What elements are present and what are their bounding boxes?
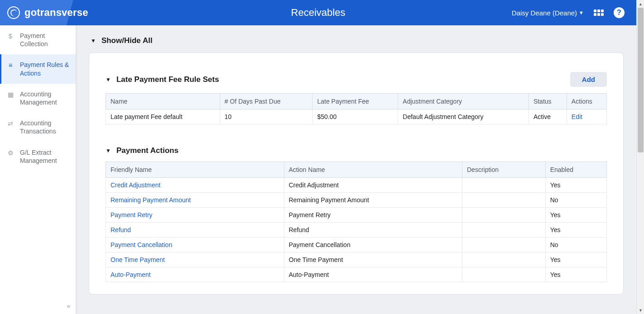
col-days[interactable]: # Of Days Past Due [220, 94, 312, 109]
col-fee[interactable]: Late Payment Fee [312, 94, 398, 109]
scroll-up-button[interactable]: ▲ [637, 0, 644, 8]
table-row: Remaining Payment AmountRemaining Paymen… [106, 193, 607, 208]
main-content: ▼ Show/Hide All ▼ Late Payment Fee Rule … [76, 25, 636, 314]
section-late-payment-fee: ▼ Late Payment Fee Rule Sets Add Name # … [106, 72, 607, 124]
sidebar-item-payment-collection[interactable]: $ Payment Collection [0, 25, 76, 54]
friendly-name-link[interactable]: Refund [111, 226, 131, 233]
table-row: One Time PaymentOne Time PaymentYes [106, 252, 607, 267]
user-menu[interactable]: Daisy Deane (Deane) ▼ [512, 9, 584, 17]
friendly-name-link[interactable]: One Time Payment [111, 256, 165, 263]
cell-description [462, 208, 546, 223]
rules-icon: ≡ [6, 61, 14, 69]
chevron-down-icon: ▼ [106, 76, 111, 83]
sidebar-item-gl-extract-management[interactable]: ⚙ G/L Extract Management [0, 142, 76, 171]
payment-actions-table: Friendly Name Action Name Description En… [106, 162, 607, 282]
cell-enabled: Yes [545, 267, 606, 282]
cell-action-name: One Time Payment [284, 252, 462, 267]
friendly-name-link[interactable]: Auto-Payment [111, 271, 151, 278]
cell-category: Default Adjustment Category [398, 109, 529, 124]
col-description[interactable]: Description [462, 162, 546, 178]
cell-description [462, 193, 546, 208]
show-hide-all-toggle[interactable]: ▼ Show/Hide All [91, 36, 624, 45]
gear-icon: ⚙ [6, 149, 14, 157]
table-row: Payment CancellationPayment Cancellation… [106, 238, 607, 252]
cell-enabled: Yes [545, 208, 606, 223]
cell-enabled: Yes [545, 252, 606, 267]
late-fee-table: Name # Of Days Past Due Late Payment Fee… [106, 93, 607, 124]
help-icon[interactable]: ? [614, 7, 625, 18]
col-actions[interactable]: Actions [567, 94, 606, 109]
cell-enabled: No [545, 193, 606, 208]
sidebar-item-label: Accounting Management [20, 90, 71, 106]
chevron-down-icon: ▼ [106, 147, 111, 154]
brand[interactable]: gotransverse [0, 6, 88, 19]
section-payment-actions: ▼ Payment Actions Friendly Name Action N… [106, 146, 607, 282]
col-status[interactable]: Status [529, 94, 567, 109]
user-display-name: Daisy Deane (Deane) [512, 9, 577, 17]
cell-action-name: Payment Retry [284, 208, 462, 223]
swap-icon: ⇄ [6, 119, 14, 128]
table-header-row: Name # Of Days Past Due Late Payment Fee… [106, 94, 607, 109]
friendly-name-link[interactable]: Payment Cancellation [111, 241, 172, 248]
add-late-fee-rule-button[interactable]: Add [570, 72, 607, 87]
brand-name: gotransverse [24, 7, 88, 19]
chevron-down-icon: ▼ [91, 38, 96, 44]
cell-enabled: Yes [545, 223, 606, 238]
table-row: Credit AdjustmentCredit AdjustmentYes [106, 178, 607, 193]
table-header-row: Friendly Name Action Name Description En… [106, 162, 607, 178]
col-name[interactable]: Name [106, 94, 220, 109]
sidebar-item-label: G/L Extract Management [20, 148, 71, 165]
scroll-down-button[interactable]: ▼ [637, 306, 644, 314]
col-category[interactable]: Adjustment Category [398, 94, 529, 109]
table-row: Auto-PaymentAuto-PaymentYes [106, 267, 607, 282]
table-row: RefundRefundYes [106, 223, 607, 238]
vertical-scrollbar[interactable]: ▲ ▼ [636, 0, 644, 314]
sidebar: $ Payment Collection ≡ Payment Rules & A… [0, 25, 76, 314]
friendly-name-link[interactable]: Remaining Payment Amount [111, 196, 191, 204]
sidebar-item-accounting-transactions[interactable]: ⇄ Accounting Transactions [0, 113, 76, 142]
chevron-double-left-icon: « [67, 303, 69, 309]
cell-description [462, 223, 546, 238]
toggle-label: Show/Hide All [101, 36, 153, 45]
chevron-down-icon: ▼ [579, 10, 584, 15]
sidebar-item-payment-rules-actions[interactable]: ≡ Payment Rules & Actions [0, 54, 76, 83]
table-row: Late payment Fee default 10 $50.00 Defau… [106, 109, 607, 124]
cell-action-name: Payment Cancellation [284, 238, 462, 252]
section-toggle-late-fee[interactable]: ▼ Late Payment Fee Rule Sets [106, 75, 219, 84]
cell-name: Late payment Fee default [106, 109, 220, 124]
friendly-name-link[interactable]: Payment Retry [111, 211, 153, 219]
edit-link[interactable]: Edit [572, 113, 582, 120]
cell-fee: $50.00 [312, 109, 398, 124]
sidebar-item-label: Payment Rules & Actions [20, 61, 71, 77]
col-action-name[interactable]: Action Name [284, 162, 462, 178]
cell-action-name: Remaining Payment Amount [284, 193, 462, 208]
cell-description [462, 252, 546, 267]
friendly-name-link[interactable]: Credit Adjustment [111, 181, 161, 189]
col-enabled[interactable]: Enabled [545, 162, 606, 178]
table-row: Payment RetryPayment RetryYes [106, 208, 607, 223]
app-header: gotransverse Receivables Daisy Deane (De… [0, 0, 636, 25]
content-card: ▼ Late Payment Fee Rule Sets Add Name # … [89, 52, 624, 295]
col-friendly-name[interactable]: Friendly Name [106, 162, 284, 178]
cell-enabled: Yes [545, 178, 606, 193]
cell-action-name: Auto-Payment [284, 267, 462, 282]
dollar-icon: $ [6, 32, 14, 40]
scroll-thumb[interactable] [638, 8, 644, 152]
sidebar-item-label: Accounting Transactions [20, 119, 71, 135]
grid-icon: ▦ [6, 90, 14, 99]
section-toggle-payment-actions[interactable]: ▼ Payment Actions [106, 146, 178, 155]
cell-status: Active [529, 109, 567, 124]
cell-days: 10 [220, 109, 312, 124]
section-title-text: Payment Actions [116, 146, 178, 155]
cell-description [462, 267, 546, 282]
cell-enabled: No [545, 238, 606, 252]
cell-action-name: Credit Adjustment [284, 178, 462, 193]
cell-description [462, 178, 546, 193]
cell-description [462, 238, 546, 252]
brand-logo-icon [6, 5, 21, 20]
sidebar-collapse-button[interactable]: « [67, 303, 69, 309]
section-title-text: Late Payment Fee Rule Sets [116, 75, 219, 84]
cell-action-name: Refund [284, 223, 462, 238]
app-switcher-icon[interactable] [594, 10, 604, 16]
sidebar-item-accounting-management[interactable]: ▦ Accounting Management [0, 84, 76, 113]
